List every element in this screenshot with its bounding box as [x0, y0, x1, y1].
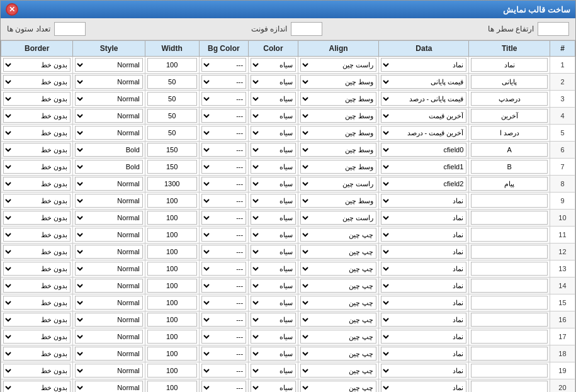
style-select[interactable]: NormalBoldItalic	[75, 364, 142, 378]
bgcolor-select[interactable]: ---	[201, 347, 247, 361]
style-select[interactable]: NormalBoldItalic	[75, 177, 142, 191]
style-select[interactable]: NormalBoldItalic	[75, 126, 142, 140]
bgcolor-select[interactable]: ---	[201, 364, 247, 378]
data-select[interactable]: نماد	[381, 245, 466, 259]
width-input[interactable]	[147, 177, 197, 191]
align-select[interactable]: راست چینوسط چینچپ چین	[300, 330, 377, 344]
font-size-input[interactable]: 11	[291, 22, 322, 36]
data-select[interactable]: نماد	[381, 381, 466, 392]
width-input[interactable]	[147, 330, 197, 344]
align-select[interactable]: راست چینوسط چینچپ چین	[300, 75, 377, 89]
title-input[interactable]	[471, 364, 548, 378]
color-select[interactable]: سیاهسفیدقرمزسبزآبی	[251, 330, 296, 344]
color-select[interactable]: سیاهسفیدقرمزسبزآبی	[251, 211, 296, 225]
align-select[interactable]: راست چینوسط چینچپ چین	[300, 279, 377, 293]
data-select[interactable]: نماد	[381, 347, 466, 361]
title-input[interactable]	[471, 126, 548, 140]
bgcolor-select[interactable]: ---	[201, 245, 247, 259]
align-select[interactable]: راست چینوسط چینچپ چین	[300, 92, 377, 106]
color-select[interactable]: سیاهسفیدقرمزسبزآبی	[251, 126, 296, 140]
align-select[interactable]: راست چینوسط چینچپ چین	[300, 126, 377, 140]
align-select[interactable]: راست چینوسط چینچپ چین	[300, 364, 377, 378]
color-select[interactable]: سیاهسفیدقرمزسبزآبی	[251, 92, 296, 106]
bgcolor-select[interactable]: ---	[201, 313, 247, 327]
style-select[interactable]: NormalBoldItalic	[75, 109, 142, 123]
border-select[interactable]: بدون خطبا خط	[3, 313, 71, 327]
style-select[interactable]: NormalBoldItalic	[75, 279, 142, 293]
width-input[interactable]	[147, 313, 197, 327]
bgcolor-select[interactable]: ---	[201, 58, 247, 72]
bgcolor-select[interactable]: ---	[201, 92, 247, 106]
width-input[interactable]	[147, 347, 197, 361]
border-select[interactable]: بدون خطبا خط	[3, 228, 71, 242]
color-select[interactable]: سیاهسفیدقرمزسبزآبی	[251, 364, 296, 378]
title-input[interactable]	[471, 211, 548, 225]
data-select[interactable]: cfield2	[381, 177, 466, 191]
align-select[interactable]: راست چینوسط چینچپ چین	[300, 177, 377, 191]
border-select[interactable]: بدون خطبا خط	[3, 262, 71, 276]
width-input[interactable]	[147, 381, 197, 392]
color-select[interactable]: سیاهسفیدقرمزسبزآبی	[251, 279, 296, 293]
bgcolor-select[interactable]: ---	[201, 160, 247, 174]
data-select[interactable]: نماد	[381, 296, 466, 310]
title-input[interactable]	[471, 58, 548, 72]
align-select[interactable]: راست چینوسط چینچپ چین	[300, 109, 377, 123]
align-select[interactable]: راست چینوسط چینچپ چین	[300, 160, 377, 174]
style-select[interactable]: NormalBoldItalic	[75, 194, 142, 208]
title-input[interactable]	[471, 75, 548, 89]
title-input[interactable]	[471, 92, 548, 106]
border-select[interactable]: بدون خطبا خط	[3, 75, 71, 89]
color-select[interactable]: سیاهسفیدقرمزسبزآبی	[251, 296, 296, 310]
title-input[interactable]	[471, 177, 548, 191]
title-input[interactable]	[471, 143, 548, 157]
border-select[interactable]: بدون خطبا خط	[3, 245, 71, 259]
data-select[interactable]: نماد	[381, 228, 466, 242]
title-input[interactable]	[471, 296, 548, 310]
align-select[interactable]: راست چینوسط چینچپ چین	[300, 228, 377, 242]
align-select[interactable]: راست چینوسط چینچپ چین	[300, 143, 377, 157]
data-select[interactable]: نماد	[381, 313, 466, 327]
align-select[interactable]: راست چینوسط چینچپ چین	[300, 194, 377, 208]
title-input[interactable]	[471, 347, 548, 361]
align-select[interactable]: راست چینوسط چینچپ چین	[300, 381, 377, 392]
bgcolor-select[interactable]: ---	[201, 262, 247, 276]
data-select[interactable]: نماد	[381, 58, 466, 72]
data-select[interactable]: قیمت پایانی	[381, 75, 466, 89]
border-select[interactable]: بدون خطبا خط	[3, 279, 71, 293]
border-select[interactable]: بدون خطبا خط	[3, 92, 71, 106]
title-input[interactable]	[471, 381, 548, 392]
border-select[interactable]: بدون خطبا خط	[3, 58, 71, 72]
width-input[interactable]	[147, 160, 197, 174]
title-input[interactable]	[471, 262, 548, 276]
border-select[interactable]: بدون خطبا خط	[3, 109, 71, 123]
title-input[interactable]	[471, 228, 548, 242]
title-input[interactable]	[471, 194, 548, 208]
bgcolor-select[interactable]: ---	[201, 381, 247, 392]
style-select[interactable]: NormalBoldItalic	[75, 58, 142, 72]
style-select[interactable]: NormalBoldItalic	[75, 313, 142, 327]
data-select[interactable]: نماد	[381, 330, 466, 344]
border-select[interactable]: بدون خطبا خط	[3, 194, 71, 208]
style-select[interactable]: NormalBoldItalic	[75, 381, 142, 392]
color-select[interactable]: سیاهسفیدقرمزسبزآبی	[251, 109, 296, 123]
width-input[interactable]	[147, 75, 197, 89]
data-select[interactable]: cfield1	[381, 160, 466, 174]
width-input[interactable]	[147, 109, 197, 123]
bgcolor-select[interactable]: ---	[201, 211, 247, 225]
style-select[interactable]: NormalBoldItalic	[75, 262, 142, 276]
color-select[interactable]: سیاهسفیدقرمزسبزآبی	[251, 194, 296, 208]
color-select[interactable]: سیاهسفیدقرمزسبزآبی	[251, 143, 296, 157]
align-select[interactable]: راست چینوسط چینچپ چین	[300, 211, 377, 225]
border-select[interactable]: بدون خطبا خط	[3, 126, 71, 140]
color-select[interactable]: سیاهسفیدقرمزسبزآبی	[251, 160, 296, 174]
align-select[interactable]: راست چینوسط چینچپ چین	[300, 245, 377, 259]
color-select[interactable]: سیاهسفیدقرمزسبزآبی	[251, 313, 296, 327]
width-input[interactable]	[147, 211, 197, 225]
bgcolor-select[interactable]: ---	[201, 228, 247, 242]
title-input[interactable]	[471, 160, 548, 174]
style-select[interactable]: NormalBoldItalic	[75, 92, 142, 106]
data-select[interactable]: آخرین قیمت	[381, 109, 466, 123]
data-select[interactable]: نماد	[381, 211, 466, 225]
width-input[interactable]	[147, 279, 197, 293]
data-select[interactable]: cfield0	[381, 143, 466, 157]
